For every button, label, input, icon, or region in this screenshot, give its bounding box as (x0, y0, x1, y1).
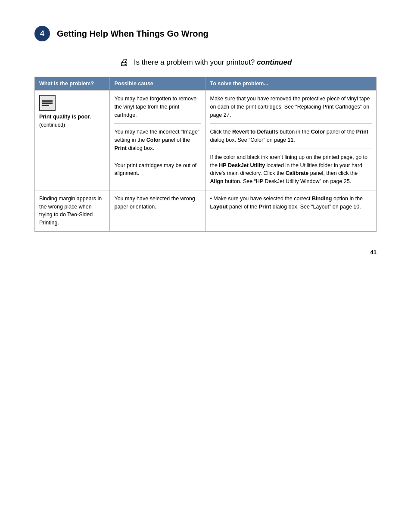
table-row: Binding margin appears in the wrong plac… (35, 190, 377, 231)
problem-cell-2: Binding margin appears in the wrong plac… (35, 190, 110, 231)
problem-cell-1: Print quality is poor. (continued) (35, 90, 110, 190)
cause-text-1b: You may have the incorrect “Image” setti… (114, 129, 199, 151)
section-header: 🖨 Is there a problem with your printout?… (34, 57, 377, 68)
cause-text-1c: Your print cartridges may be out of alig… (114, 162, 196, 177)
solution-text-1c: If the color and black ink aren’t lining… (210, 154, 367, 184)
chapter-badge: 4 (34, 26, 50, 41)
chapter-title: Getting Help When Things Go Wrong (57, 29, 209, 39)
binding-problem-text: Binding margin appears in the wrong plac… (39, 195, 105, 227)
printer-icon: 🖨 (119, 57, 129, 68)
cause-cell-1: You may have forgotten to remove the vin… (110, 90, 206, 190)
solution-text-2: • Make sure you have selected the correc… (210, 196, 363, 210)
cause-text-2: You may have selected the wrong paper or… (114, 196, 195, 210)
page-number: 41 (34, 249, 377, 255)
help-table: What is the problem? Possible cause To s… (34, 77, 377, 232)
cause-text-1a: You may have forgotten to remove the vin… (114, 96, 196, 118)
section-title: Is there a problem with your printout? c… (134, 58, 292, 67)
chapter-header: 4 Getting Help When Things Go Wrong (34, 26, 377, 41)
table-header-row: What is the problem? Possible cause To s… (35, 77, 377, 90)
solution-cell-1: Make sure that you have removed the prot… (206, 90, 377, 190)
solution-group-1a: Make sure that you have removed the prot… (210, 95, 372, 124)
solution-cell-2: • Make sure you have selected the correc… (206, 190, 377, 231)
col-header-cause: Possible cause (110, 77, 206, 90)
col-header-solution: To solve the problem... (206, 77, 377, 90)
solution-group-1c: If the color and black ink aren’t lining… (210, 153, 372, 186)
printer-cartridge-icon (39, 95, 56, 111)
cause-cell-2: You may have selected the wrong paper or… (110, 190, 206, 231)
col-header-problem: What is the problem? (35, 77, 110, 90)
solution-text-1b: Click the Revert to Defaults button in t… (210, 129, 368, 143)
problem-sub-1: (continued) (39, 121, 65, 129)
chapter-number: 4 (40, 29, 44, 38)
solution-text-1a: Make sure that you have removed the prot… (210, 96, 370, 118)
problem-label-1: Print quality is poor. (39, 113, 91, 121)
cause-group-1: You may have forgotten to remove the vin… (114, 95, 201, 124)
table-row: Print quality is poor. (continued) You m… (35, 90, 377, 190)
cause-group-2: You may have the incorrect “Image” setti… (114, 128, 201, 157)
cause-group-3: Your print cartridges may be out of alig… (114, 162, 201, 178)
solution-group-1b: Click the Revert to Defaults button in t… (210, 128, 372, 149)
